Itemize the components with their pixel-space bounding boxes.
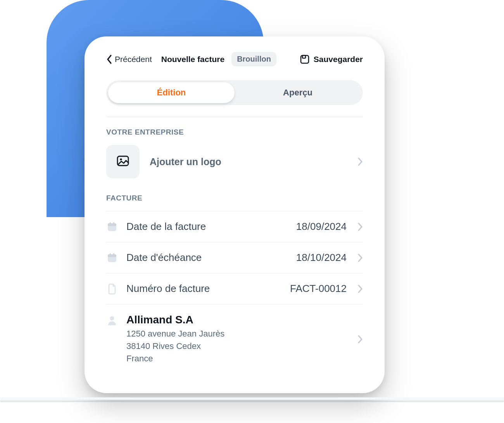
client-row[interactable]: Allimand S.A 1250 avenue Jean Jaurès 381… (106, 304, 363, 374)
client-info: Allimand S.A 1250 avenue Jean Jaurès 381… (126, 314, 349, 365)
svg-rect-9 (108, 254, 116, 257)
calendar-icon (106, 221, 118, 232)
document-icon (106, 283, 118, 295)
invoice-date-value: 18/09/2024 (296, 221, 347, 233)
status-badge: Brouillon (231, 52, 276, 66)
svg-point-12 (110, 316, 114, 321)
platform-shadow (0, 400, 504, 402)
due-date-label: Date d'échéance (126, 252, 202, 264)
svg-rect-11 (113, 253, 114, 256)
chevron-left-icon (106, 54, 112, 64)
page-title: Nouvelle facture (161, 55, 224, 64)
back-label: Précédent (115, 55, 152, 64)
svg-point-3 (120, 158, 122, 160)
invoice-number-value: FACT-00012 (290, 283, 347, 295)
header: Précédent Nouvelle facture Brouillon Sau… (106, 52, 363, 66)
client-country: France (126, 352, 349, 365)
section-invoice-label: FACTURE (106, 194, 363, 202)
svg-rect-10 (110, 253, 111, 256)
invoice-date-label: Date de la facture (126, 221, 206, 233)
tab-preview-label: Aperçu (283, 88, 312, 98)
tab-edition[interactable]: Édition (108, 82, 235, 103)
save-button[interactable]: Sauvegarder (300, 54, 363, 64)
invoice-date-row[interactable]: Date de la facture 18/09/2024 (106, 211, 363, 242)
add-logo-label: Ajouter un logo (150, 156, 347, 167)
svg-rect-1 (302, 55, 306, 58)
back-button[interactable]: Précédent (106, 54, 152, 64)
person-icon (106, 314, 118, 326)
client-address-line1: 1250 avenue Jean Jaurès (126, 328, 349, 340)
save-label: Sauvegarder (314, 55, 363, 64)
calendar-icon (106, 252, 118, 263)
invoice-number-label: Numéro de facture (126, 283, 210, 295)
due-date-value: 18/10/2024 (296, 252, 347, 264)
add-logo-row[interactable]: Ajouter un logo (106, 145, 363, 178)
chevron-right-icon (357, 253, 363, 262)
image-icon (116, 154, 129, 169)
client-name: Allimand S.A (126, 314, 349, 326)
invoice-number-row[interactable]: Numéro de facture FACT-00012 (106, 273, 363, 304)
chevron-right-icon (357, 284, 363, 294)
save-icon (300, 54, 310, 64)
tab-preview[interactable]: Aperçu (235, 82, 361, 103)
section-company-label: VOTRE ENTREPRISE (106, 128, 363, 136)
logo-placeholder (106, 145, 140, 178)
svg-rect-7 (113, 222, 114, 224)
chevron-right-icon (357, 335, 363, 344)
svg-rect-5 (108, 223, 116, 226)
chevron-right-icon (357, 222, 363, 231)
svg-rect-6 (110, 222, 111, 224)
segmented-control: Édition Aperçu (106, 80, 363, 105)
invoice-editor-card: Précédent Nouvelle facture Brouillon Sau… (85, 36, 385, 393)
client-address-line2: 38140 Rives Cedex (126, 340, 349, 352)
chevron-right-icon (357, 157, 363, 166)
due-date-row[interactable]: Date d'échéance 18/10/2024 (106, 242, 363, 273)
tabs-container: Édition Aperçu (106, 80, 363, 117)
tab-edition-label: Édition (157, 88, 186, 98)
